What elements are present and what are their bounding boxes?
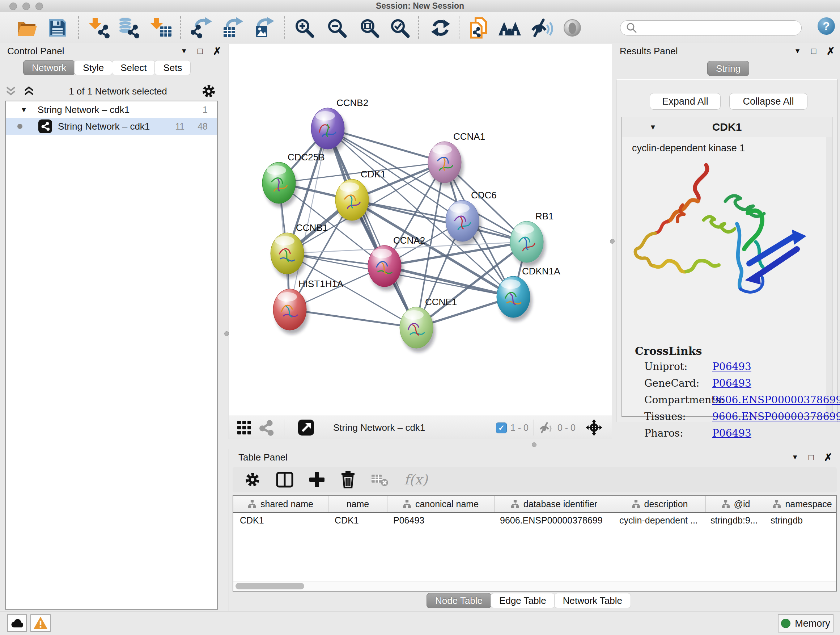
help-button[interactable]: ?: [818, 17, 835, 35]
table-cell[interactable]: P06493: [387, 513, 493, 528]
collapse-all-chevrons-icon[interactable]: [23, 86, 35, 97]
table-cell[interactable]: CDK1: [233, 513, 328, 528]
panel-close-icon[interactable]: ✗: [824, 451, 832, 463]
table-cell[interactable]: 9606.ENSP00000378699: [493, 513, 613, 528]
node-RB1[interactable]: RB1: [510, 211, 554, 266]
node-result-header[interactable]: ▼ CDK1: [622, 117, 832, 137]
expand-all-chevrons-icon[interactable]: [5, 86, 17, 97]
apply-layout-button[interactable]: [430, 17, 452, 39]
search-input[interactable]: [639, 21, 796, 34]
node-CCNA1[interactable]: CCNA1: [428, 131, 485, 187]
panel-float-icon[interactable]: □: [808, 452, 814, 462]
tab-network-table[interactable]: Network Table: [554, 593, 631, 608]
panel-menu-icon[interactable]: ▼: [791, 453, 798, 461]
zoom-selected-button[interactable]: [389, 17, 410, 39]
vertical-splitter-handle[interactable]: [224, 331, 229, 336]
crosslink-link[interactable]: P06493: [712, 427, 752, 439]
edge-CDK1-RB1[interactable]: [352, 200, 527, 242]
node-CCNA2[interactable]: CCNA2: [368, 235, 425, 291]
import-network-from-database-button[interactable]: [117, 17, 141, 39]
hide-selected-button[interactable]: [531, 17, 554, 39]
import-network-button[interactable]: [88, 17, 111, 39]
expand-all-button[interactable]: Expand All: [650, 93, 721, 110]
node-CDC25B[interactable]: CDC25B: [262, 152, 325, 207]
export-network-button[interactable]: [191, 17, 213, 39]
tab-style[interactable]: Style: [74, 60, 112, 75]
column-header-description[interactable]: description: [614, 496, 706, 512]
network-row[interactable]: String Network – cdk1 11 48: [6, 118, 217, 135]
panel-float-icon[interactable]: □: [811, 46, 816, 56]
memory-button[interactable]: Memory: [778, 614, 834, 632]
import-table-button[interactable]: [149, 17, 172, 39]
warnings-button[interactable]: [30, 614, 51, 632]
add-column-plus-icon[interactable]: [309, 471, 325, 488]
horizontal-splitter-handle[interactable]: [532, 442, 537, 447]
crosslink-link[interactable]: 9606.ENSP00000378699: [712, 410, 840, 423]
column-header-database-identifier[interactable]: database identifier: [494, 496, 614, 512]
delete-column-trash-icon[interactable]: [340, 471, 355, 488]
column-header--id[interactable]: @id: [706, 496, 766, 512]
tab-network[interactable]: Network: [23, 60, 75, 75]
network-status-dot: [17, 124, 22, 129]
table-horizontal-scrollbar[interactable]: [233, 581, 836, 591]
results-scrollbar[interactable]: [826, 137, 832, 416]
open-in-window-icon[interactable]: [298, 419, 314, 436]
column-header-name[interactable]: name: [328, 496, 387, 512]
node-HIST1H1A[interactable]: HIST1H1A: [273, 279, 344, 334]
fit-selected-crosshair-icon[interactable]: [586, 419, 602, 436]
crosslink-link[interactable]: P06493: [712, 377, 752, 389]
export-table-button[interactable]: [222, 17, 245, 39]
node-CDC6[interactable]: CDC6: [446, 190, 497, 245]
crosslink-link[interactable]: P06493: [712, 361, 752, 372]
tab-string[interactable]: String: [707, 61, 749, 76]
crosslink-link[interactable]: 9606.ENSP00000378699: [712, 394, 840, 406]
selected-nodes-checkbox[interactable]: ✓: [496, 423, 507, 433]
node-CDKN1A[interactable]: CDKN1A: [497, 266, 561, 321]
select-columns-icon[interactable]: [276, 472, 294, 488]
birds-eye-grid-icon[interactable]: [237, 420, 251, 435]
collapse-all-button[interactable]: Collapse All: [729, 93, 807, 110]
scrollbar-thumb[interactable]: [235, 583, 304, 589]
tab-edge-table[interactable]: Edge Table: [491, 593, 555, 608]
zoom-out-button[interactable]: [326, 17, 347, 39]
table-cell[interactable]: stringdb:9...: [704, 513, 764, 528]
column-header-canonical-name[interactable]: canonical name: [387, 496, 494, 512]
network-overview-button[interactable]: [498, 17, 522, 39]
node-CCNB1[interactable]: CCNB1: [271, 222, 328, 278]
tab-sets[interactable]: Sets: [155, 60, 191, 75]
open-session-button[interactable]: [16, 17, 38, 39]
column-header-namespace[interactable]: namespace: [766, 496, 837, 512]
share-network-icon[interactable]: [259, 420, 274, 436]
network-graph[interactable]: CCNB2CCNA1CDC25BCDK1CDC6RB1CCNB1CCNA2CDK…: [229, 44, 612, 416]
table-cell[interactable]: cyclin-dependent ...: [613, 513, 704, 528]
save-session-button[interactable]: [48, 17, 67, 39]
network-collection-row[interactable]: ▼ String Network – cdk1 1: [6, 101, 217, 118]
panel-menu-icon[interactable]: ▼: [794, 47, 801, 55]
table-row[interactable]: CDK1CDK1P064939606.ENSP00000378699cyclin…: [233, 513, 836, 528]
zoom-in-button[interactable]: [294, 17, 315, 39]
table-cell[interactable]: CDK1: [328, 513, 387, 528]
node-label: CCNA1: [453, 131, 485, 142]
export-image-button[interactable]: [253, 17, 276, 39]
panel-close-icon[interactable]: ✗: [827, 45, 835, 57]
edge-CCNA2-CDKN1A[interactable]: [385, 266, 513, 297]
tree-expander-icon[interactable]: ▼: [20, 106, 27, 114]
tab-node-table[interactable]: Node Table: [426, 593, 491, 608]
copy-network-button[interactable]: [469, 17, 490, 39]
toolbar-separator: [459, 16, 459, 39]
cloud-status-button[interactable]: [7, 614, 27, 632]
panel-float-icon[interactable]: □: [197, 46, 203, 56]
node-CCNB2[interactable]: CCNB2: [311, 97, 368, 153]
panel-close-icon[interactable]: ✗: [213, 45, 221, 57]
node-CCNE1[interactable]: CCNE1: [400, 296, 457, 352]
panel-menu-icon[interactable]: ▼: [180, 47, 187, 55]
table-cell[interactable]: stringdb: [764, 513, 836, 528]
zoom-fit-button[interactable]: [359, 17, 380, 39]
edge-HIST1H1A-CCNE1[interactable]: [290, 310, 416, 328]
show-hidden-button[interactable]: [563, 17, 582, 39]
column-header-shared-name[interactable]: shared name: [233, 496, 328, 512]
gear-icon[interactable]: [201, 84, 216, 99]
table-settings-gear-icon[interactable]: [244, 471, 261, 488]
network-view-canvas[interactable]: CCNB2CCNA1CDC25BCDK1CDC6RB1CCNB1CCNA2CDK…: [229, 44, 612, 416]
tab-select[interactable]: Select: [112, 60, 155, 75]
